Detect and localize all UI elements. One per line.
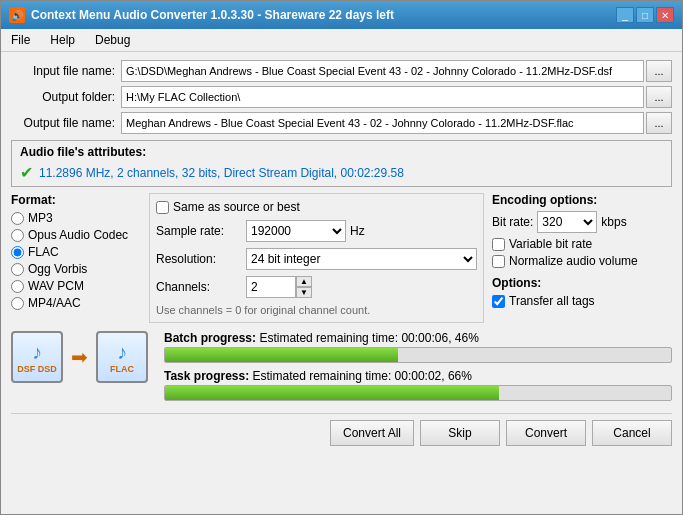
- transfer-tags-row: Transfer all tags: [492, 294, 672, 308]
- format-flac: FLAC: [11, 245, 141, 259]
- batch-progress-label: Batch progress: Estimated remaining time…: [164, 331, 672, 345]
- menu-file[interactable]: File: [5, 31, 36, 49]
- options-title: Options:: [492, 276, 672, 290]
- resolution-label: Resolution:: [156, 252, 246, 266]
- output-file-field[interactable]: [121, 112, 644, 134]
- normalize-checkbox[interactable]: [492, 255, 505, 268]
- bottom-inner: ♪ DSF DSD ➡ ♪ FLAC Batch progress: Estim…: [11, 331, 672, 405]
- maximize-button[interactable]: □: [636, 7, 654, 23]
- output-file-wrap: ...: [121, 112, 672, 134]
- cancel-button[interactable]: Cancel: [592, 420, 672, 446]
- title-controls: _ □ ✕: [616, 7, 674, 23]
- attributes-text: 11.2896 MHz, 2 channels, 32 bits, Direct…: [39, 166, 404, 180]
- task-progress-bar: [164, 385, 672, 401]
- arrow-icon: ➡: [71, 345, 88, 369]
- channels-row: Channels: ▲ ▼: [156, 276, 477, 298]
- task-progress-fill: [165, 386, 499, 400]
- same-as-source-checkbox[interactable]: [156, 201, 169, 214]
- format-mp4: MP4/AAC: [11, 296, 141, 310]
- hz-unit: Hz: [350, 224, 365, 238]
- task-label: Task progress:: [164, 369, 249, 383]
- sample-rate-label: Sample rate:: [156, 224, 246, 238]
- output-file-browse[interactable]: ...: [646, 112, 672, 134]
- format-mp4-label: MP4/AAC: [28, 296, 81, 310]
- window-title: Context Menu Audio Converter 1.0.3.30 - …: [31, 8, 394, 22]
- channels-label: Channels:: [156, 280, 246, 294]
- minimize-button[interactable]: _: [616, 7, 634, 23]
- output-file-label: Output file name:: [11, 116, 121, 130]
- format-ogg-radio[interactable]: [11, 263, 24, 276]
- format-mp3: MP3: [11, 211, 141, 225]
- bit-rate-unit: kbps: [601, 215, 626, 229]
- channels-up[interactable]: ▲: [296, 276, 312, 287]
- output-folder-field[interactable]: [121, 86, 644, 108]
- resolution-select[interactable]: 8 bit integer 16 bit integer 24 bit inte…: [246, 248, 477, 270]
- encoding-panel: Encoding options: Bit rate: 128 192 256 …: [492, 193, 672, 323]
- format-mp4-radio[interactable]: [11, 297, 24, 310]
- bottom-section: ♪ DSF DSD ➡ ♪ FLAC Batch progress: Estim…: [11, 331, 672, 446]
- transfer-tags-label: Transfer all tags: [509, 294, 595, 308]
- menu-help[interactable]: Help: [44, 31, 81, 49]
- attributes-edit-panel: Same as source or best Sample rate: 1920…: [149, 193, 484, 323]
- bit-rate-row: Bit rate: 128 192 256 320 kbps: [492, 211, 672, 233]
- format-panel: Format: MP3 Opus Audio Codec FLAC Ogg Vo…: [11, 193, 141, 323]
- sample-rate-control: 192000 Hz: [246, 220, 477, 242]
- channels-down[interactable]: ▼: [296, 287, 312, 298]
- format-ogg: Ogg Vorbis: [11, 262, 141, 276]
- format-opus-label: Opus Audio Codec: [28, 228, 128, 242]
- input-file-browse[interactable]: ...: [646, 60, 672, 82]
- sample-rate-row: Sample rate: 192000 Hz: [156, 220, 477, 242]
- variable-bit-rate-checkbox[interactable]: [492, 238, 505, 251]
- resolution-row: Resolution: 8 bit integer 16 bit integer…: [156, 248, 477, 270]
- app-icon: 🔊: [9, 7, 25, 23]
- format-mp3-radio[interactable]: [11, 212, 24, 225]
- batch-progress-bar: [164, 347, 672, 363]
- channels-spinner: ▲ ▼: [296, 276, 312, 298]
- attributes-info: ✔ 11.2896 MHz, 2 channels, 32 bits, Dire…: [20, 163, 663, 182]
- format-wav-radio[interactable]: [11, 280, 24, 293]
- task-progress-label: Task progress: Estimated remaining time:…: [164, 369, 672, 383]
- normalize-label: Normalize audio volume: [509, 254, 638, 268]
- check-icon: ✔: [20, 163, 33, 182]
- sample-rate-select[interactable]: 192000: [246, 220, 346, 242]
- menu-debug[interactable]: Debug: [89, 31, 136, 49]
- attributes-section: Audio file's attributes: ✔ 11.2896 MHz, …: [11, 140, 672, 187]
- format-opus-radio[interactable]: [11, 229, 24, 242]
- progress-section: Batch progress: Estimated remaining time…: [164, 331, 672, 405]
- output-folder-browse[interactable]: ...: [646, 86, 672, 108]
- batch-progress-row: Batch progress: Estimated remaining time…: [164, 331, 672, 363]
- input-file-field[interactable]: [121, 60, 644, 82]
- title-bar-left: 🔊 Context Menu Audio Converter 1.0.3.30 …: [9, 7, 394, 23]
- target-format-label: FLAC: [110, 364, 134, 374]
- format-wav-label: WAV PCM: [28, 279, 84, 293]
- task-progress-row: Task progress: Estimated remaining time:…: [164, 369, 672, 401]
- channels-input[interactable]: [246, 276, 296, 298]
- format-ogg-label: Ogg Vorbis: [28, 262, 87, 276]
- same-as-source-row: Same as source or best: [156, 200, 477, 214]
- options-section: Options: Transfer all tags: [492, 276, 672, 308]
- input-file-label: Input file name:: [11, 64, 121, 78]
- convert-button[interactable]: Convert: [506, 420, 586, 446]
- target-icon: ♪ FLAC: [96, 331, 148, 383]
- close-button[interactable]: ✕: [656, 7, 674, 23]
- transfer-tags-checkbox[interactable]: [492, 295, 505, 308]
- format-flac-radio[interactable]: [11, 246, 24, 259]
- bit-rate-select[interactable]: 128 192 256 320: [537, 211, 597, 233]
- channels-control: ▲ ▼: [246, 276, 477, 298]
- variable-bit-rate-label: Variable bit rate: [509, 237, 592, 251]
- input-file-wrap: ...: [121, 60, 672, 82]
- format-opus: Opus Audio Codec: [11, 228, 141, 242]
- source-format-label: DSF DSD: [17, 364, 57, 374]
- footer-buttons: Convert All Skip Convert Cancel: [11, 413, 672, 446]
- skip-button[interactable]: Skip: [420, 420, 500, 446]
- source-icon: ♪ DSF DSD: [11, 331, 63, 383]
- input-file-row: Input file name: ...: [11, 60, 672, 82]
- encoding-title: Encoding options:: [492, 193, 672, 207]
- batch-detail: Estimated remaining time: 00:00:06, 46%: [259, 331, 478, 345]
- source-note-icon: ♪: [32, 341, 42, 364]
- format-flac-label: FLAC: [28, 245, 59, 259]
- convert-all-button[interactable]: Convert All: [330, 420, 414, 446]
- bit-rate-label: Bit rate:: [492, 215, 533, 229]
- batch-progress-fill: [165, 348, 398, 362]
- resolution-control: 8 bit integer 16 bit integer 24 bit inte…: [246, 248, 477, 270]
